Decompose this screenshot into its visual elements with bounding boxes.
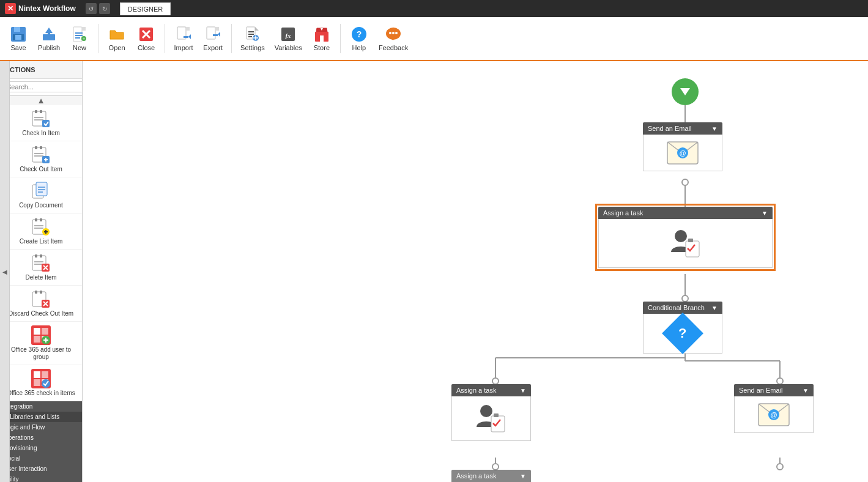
settings-button[interactable]: Settings [237, 23, 269, 54]
close-button[interactable]: Close [133, 23, 160, 54]
category-provisioning[interactable]: Provisioning [0, 443, 82, 453]
o365-add-user-icon [31, 325, 51, 345]
import-button[interactable]: Import [170, 23, 197, 54]
assign-task-1-icon [669, 226, 703, 261]
send-email-2-dropdown[interactable]: ▼ [803, 387, 809, 394]
publish-button[interactable]: Publish [34, 23, 64, 54]
svg-text:?: ? [357, 29, 362, 39]
svg-text:@: @ [680, 149, 686, 157]
sidebar-item-o365-check-in-label: Office 365 check in items [7, 390, 75, 397]
category-libraries[interactable]: Libraries and Lists [0, 412, 82, 422]
assign-task-2-dropdown[interactable]: ▼ [520, 387, 526, 394]
sidebar-item-check-in-label: Check In Item [22, 130, 60, 137]
bottom-node-1-label: Assign a task [456, 472, 496, 480]
variables-label: Variables [275, 44, 302, 51]
store-button[interactable]: ▼ Store [308, 23, 335, 54]
svg-rect-99 [42, 371, 48, 378]
assign-task-1-label: Assign a task [603, 209, 643, 217]
svg-rect-98 [34, 371, 40, 378]
send-email-2-body: @ [734, 396, 814, 433]
svg-marker-29 [255, 27, 259, 31]
category-integration[interactable]: Integration [0, 401, 82, 412]
sidebar-item-o365-add-user[interactable]: Office 365 add user to group [0, 322, 82, 365]
category-operations[interactable]: Operations [0, 432, 82, 443]
svg-point-119 [777, 464, 783, 470]
variables-button[interactable]: fx Variables [271, 23, 306, 54]
sidebar-item-copy-doc[interactable]: Copy Document [0, 177, 82, 213]
svg-rect-49 [35, 110, 37, 113]
open-icon [108, 26, 125, 43]
undo-button[interactable]: ↺ [86, 3, 97, 14]
scroll-up-button[interactable]: ▲ [0, 95, 82, 105]
category-utility[interactable]: Utility [0, 474, 82, 482]
check-out-icon [31, 145, 51, 165]
send-email-2-node[interactable]: Send an Email ▼ @ [734, 384, 814, 433]
start-node[interactable] [672, 78, 699, 105]
category-logic[interactable]: Logic and Flow [0, 422, 82, 432]
svg-rect-20 [186, 27, 190, 31]
cond-branch-label: Conditional Branch [648, 304, 705, 311]
save-button[interactable]: Save [5, 23, 32, 54]
feedback-label: Feedback [379, 44, 408, 51]
sidebar-item-check-out[interactable]: Check Out Item [0, 141, 82, 177]
store-icon: ▼ [313, 26, 330, 43]
email-envelope-2-icon: @ [758, 403, 790, 426]
assign-task-2-node[interactable]: Assign a task ▼ [451, 384, 531, 441]
help-button[interactable]: ? Help [346, 23, 373, 54]
svg-text:@: @ [771, 411, 777, 418]
workflow-canvas[interactable]: Send an Email ▼ @ Assign a task ▼ [83, 61, 868, 482]
delete-icon [31, 253, 51, 273]
send-email-1-label: Send an Email [648, 125, 692, 132]
svg-marker-26 [218, 32, 220, 37]
title-bar: ✕ Nintex Workflow ↺ ↻ DESIGNER [0, 0, 868, 17]
sidebar-item-create-list[interactable]: Create List Item [0, 213, 82, 250]
conditional-branch-node[interactable]: Conditional Branch ▼ ? [643, 302, 722, 354]
export-button[interactable]: Export [199, 23, 226, 54]
assign-task-2-label: Assign a task [456, 387, 496, 394]
svg-rect-1 [14, 27, 20, 32]
svg-marker-21 [188, 34, 191, 39]
designer-tab[interactable]: DESIGNER [120, 2, 171, 15]
sidebar-item-check-in[interactable]: Check In Item [0, 105, 82, 141]
cond-branch-dropdown[interactable]: ▼ [711, 305, 718, 311]
open-button[interactable]: Open [103, 23, 130, 54]
sidebar-item-discard-checkout[interactable]: Discard Check Out Item [0, 286, 82, 322]
bottom-node-1-dropdown[interactable]: ▼ [520, 473, 526, 480]
svg-point-124 [675, 230, 687, 242]
svg-rect-39 [320, 35, 324, 42]
toolbar-sep-2 [165, 24, 165, 53]
svg-rect-55 [35, 146, 37, 149]
sidebar-collapse-button[interactable]: ◀ [0, 61, 10, 482]
create-list-icon [31, 217, 51, 237]
svg-rect-76 [35, 254, 37, 258]
sidebar-item-o365-check-in[interactable]: Office 365 check in items [0, 365, 82, 401]
redo-button[interactable]: ↻ [99, 3, 110, 14]
svg-rect-85 [40, 291, 42, 294]
toolbar-sep-3 [231, 24, 232, 53]
svg-rect-90 [34, 328, 40, 335]
sidebar-item-o365-add-user-label: Office 365 add user to group [2, 346, 80, 361]
sidebar-header: ACTIONS [0, 61, 82, 79]
store-label: Store [314, 44, 330, 51]
app-title: Nintex Workflow [18, 4, 76, 13]
svg-rect-22 [184, 36, 188, 38]
svg-rect-126 [688, 239, 693, 242]
feedback-button[interactable]: Feedback [375, 23, 412, 54]
svg-point-117 [777, 378, 783, 384]
copy-doc-icon [31, 181, 51, 201]
new-button[interactable]: + New [66, 23, 93, 54]
toolbar: Save Publish + New Open [0, 17, 868, 61]
question-mark: ? [678, 325, 686, 341]
assign-task-1-dropdown[interactable]: ▼ [762, 210, 768, 217]
assign-task-1-node[interactable]: Assign a task ▼ [598, 207, 773, 268]
help-icon: ? [351, 26, 368, 43]
sidebar-item-delete[interactable]: Delete Item [0, 250, 82, 286]
toolbar-sep-1 [98, 24, 98, 53]
send-email-1-node[interactable]: Send an Email ▼ @ [643, 122, 722, 171]
search-input[interactable] [4, 81, 83, 92]
category-social[interactable]: Social [0, 453, 82, 464]
category-user-interaction[interactable]: User Interaction [0, 464, 82, 474]
bottom-node-1[interactable]: Assign a task ▼ [451, 470, 531, 482]
send-email-1-dropdown[interactable]: ▼ [711, 125, 718, 132]
new-label: New [73, 44, 86, 51]
